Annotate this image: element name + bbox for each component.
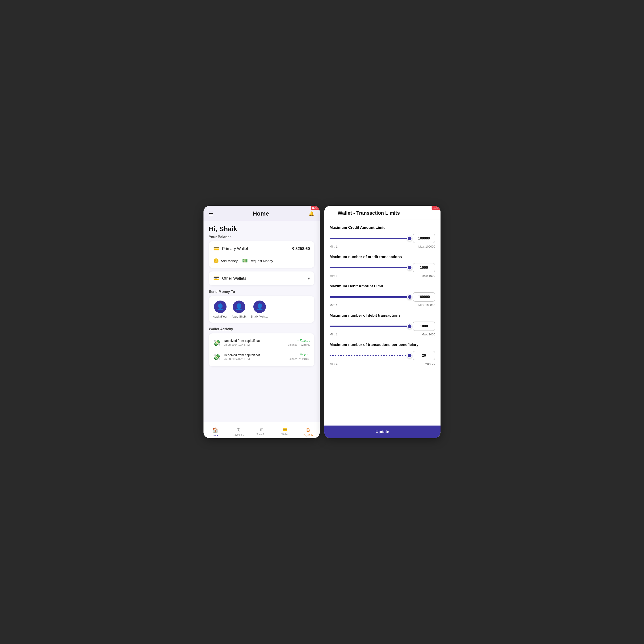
greeting-text: Hi, Shaik — [209, 225, 314, 233]
transaction-icon-1: 💸 — [213, 354, 221, 361]
transaction-info-0: Received from capitalfloat 28-08-2024 12… — [224, 339, 285, 346]
home-title: Home — [253, 210, 269, 217]
add-money-icon: 🪙 — [213, 258, 219, 263]
slider-row-2: 100000 — [330, 292, 435, 302]
send-money-label: Send Money To — [209, 290, 314, 294]
nav-paybills[interactable]: B Pay Bills — [297, 427, 320, 436]
request-money-icon: 💵 — [242, 258, 248, 263]
primary-wallet-label: Primary Wallet — [222, 246, 289, 251]
transaction-amount-1: + ₹12.00 — [288, 353, 310, 357]
slider-track-2 — [330, 296, 410, 298]
transaction-info-1: Received from capitalfloat 26-08-2024 02… — [224, 353, 285, 361]
max-label-2: Max: 100000 — [418, 303, 435, 307]
hamburger-icon[interactable]: ☰ — [209, 211, 213, 217]
update-button[interactable]: Update — [324, 426, 441, 438]
limit-label-3: Maximum number of debit transactions — [330, 313, 435, 318]
scan-nav-label: Scan & ... — [256, 433, 267, 436]
slider-row-3: 1000 — [330, 322, 435, 331]
min-label-1: Min: 1 — [330, 274, 337, 278]
contact-capitalfloat[interactable]: 👤 capitalfloat — [213, 301, 227, 318]
transaction-item-1: 💸 Received from capitalfloat 26-08-2024 … — [209, 350, 314, 364]
balance-label: Your Balance — [209, 235, 314, 239]
activity-label: Wallet Activity — [209, 327, 314, 331]
slider-thumb-3[interactable] — [407, 324, 412, 329]
value-box-4[interactable]: 20 — [413, 351, 435, 360]
add-money-button[interactable]: 🪙 Add Money — [213, 258, 238, 263]
nav-scan[interactable]: ⊞ Scan & ... — [250, 427, 273, 436]
value-box-1[interactable]: 1000 — [413, 263, 435, 272]
nav-wallet[interactable]: 💳 Wallet — [273, 427, 297, 436]
limit-label-4: Maximum number of transactions per benef… — [330, 342, 435, 347]
slider-minmax-2: Min: 1 Max: 100000 — [330, 303, 435, 307]
wallet-nav-label: Wallet — [282, 433, 288, 436]
limit-section-0: Maximum Credit Amount Limit 100000 Min: … — [330, 225, 435, 248]
transaction-amount-col-1: + ₹12.00 Balance: ₹8248.60 — [288, 353, 310, 361]
add-money-label: Add Money — [221, 259, 238, 263]
slider-1[interactable] — [330, 267, 410, 269]
slider-thumb-4[interactable] — [407, 353, 412, 358]
transaction-balance-1: Balance: ₹8248.60 — [288, 358, 310, 361]
transaction-title-0: Received from capitalfloat — [224, 339, 285, 343]
slider-minmax-3: Min: 1 Max: 1000 — [330, 333, 435, 336]
activity-section: Wallet Activity 💸 Received from capitalf… — [209, 327, 314, 366]
payments-nav-label: Paymen... — [233, 433, 244, 436]
paybills-nav-icon: B — [306, 427, 310, 433]
contact-moha[interactable]: 👤 Shaik Moha... — [251, 301, 269, 318]
transaction-title-1: Received from capitalfloat — [224, 353, 285, 357]
back-icon[interactable]: ← — [330, 210, 335, 216]
slider-thumb-0[interactable] — [407, 236, 412, 241]
slider-row-0: 100000 — [330, 234, 435, 243]
value-box-2[interactable]: 100000 — [413, 292, 435, 302]
transaction-date-1: 26-08-2024 02:11 PM — [224, 358, 285, 361]
transaction-amount-col-0: + ₹10.00 Balance: ₹8258.60 — [288, 339, 310, 346]
limit-label-1: Maximum number of credit transactions — [330, 254, 435, 259]
debug-badge: BUG — [311, 206, 320, 210]
limit-label-2: Maximum Debit Amount Limit — [330, 284, 435, 289]
send-money-grid: 👤 capitalfloat 👤 Ayub Shaik 👤 Shaik Moha… — [209, 296, 314, 323]
contact-name-moha: Shaik Moha... — [251, 315, 269, 318]
debug-badge-2: BUG — [432, 206, 441, 210]
min-label-4: Min: 1 — [330, 362, 337, 365]
min-label-2: Min: 1 — [330, 303, 337, 307]
other-wallets-card[interactable]: 💳 Other Wallets ▾ — [209, 271, 314, 285]
slider-track-1 — [330, 267, 410, 268]
limit-section-4: Maximum number of transactions per benef… — [330, 342, 435, 365]
home-nav-label: Home — [212, 434, 219, 436]
balance-card: 💳 Primary Wallet ₹ 8258.60 🪙 Add Money 💵… — [209, 241, 314, 268]
slider-minmax-1: Min: 1 Max: 1000 — [330, 274, 435, 278]
scan-nav-icon: ⊞ — [260, 427, 263, 432]
nav-payments[interactable]: ₹ Paymen... — [227, 427, 250, 436]
request-money-button[interactable]: 💵 Request Money — [242, 258, 273, 263]
limit-section-2: Maximum Debit Amount Limit 100000 Min: 1… — [330, 284, 435, 307]
transaction-icon-0: 💸 — [213, 339, 221, 347]
min-label-3: Min: 1 — [330, 333, 337, 336]
nav-home[interactable]: 🏠 Home — [203, 427, 227, 436]
home-nav-icon: 🏠 — [212, 427, 218, 433]
primary-wallet-amount: ₹ 8258.60 — [292, 246, 310, 251]
limit-label-0: Maximum Credit Amount Limit — [330, 225, 435, 230]
other-wallets-icon: 💳 — [213, 275, 219, 281]
slider-minmax-4: Min: 1 Max: 20 — [330, 362, 435, 365]
slider-2[interactable] — [330, 296, 410, 298]
slider-track-4 — [330, 355, 410, 356]
value-box-3[interactable]: 1000 — [413, 322, 435, 331]
slider-0[interactable] — [330, 237, 410, 239]
slider-thumb-2[interactable] — [407, 294, 412, 299]
limit-section-1: Maximum number of credit transactions 10… — [330, 254, 435, 278]
transaction-balance-0: Balance: ₹8258.60 — [288, 343, 310, 346]
wallet-actions: 🪙 Add Money 💵 Request Money — [213, 258, 310, 263]
request-money-label: Request Money — [250, 259, 273, 263]
contact-ayub[interactable]: 👤 Ayub Shaik — [232, 301, 246, 318]
slider-4[interactable] — [330, 355, 410, 356]
bottom-nav: 🏠 Home ₹ Paymen... ⊞ Scan & ... 💳 Wallet… — [203, 425, 320, 438]
wallet-card-icon: 💳 — [213, 246, 219, 252]
transaction-item-0: 💸 Received from capitalfloat 28-08-2024 … — [209, 336, 314, 350]
value-box-0[interactable]: 100000 — [413, 234, 435, 243]
contact-avatar-moha: 👤 — [253, 301, 266, 313]
slider-minmax-0: Min: 1 Max: 100000 — [330, 245, 435, 248]
slider-track-3 — [330, 326, 410, 327]
bell-icon[interactable]: 🔔 — [308, 211, 314, 217]
slider-thumb-1[interactable] — [407, 265, 412, 270]
activity-list: 💸 Received from capitalfloat 28-08-2024 … — [209, 333, 314, 366]
slider-3[interactable] — [330, 325, 410, 327]
